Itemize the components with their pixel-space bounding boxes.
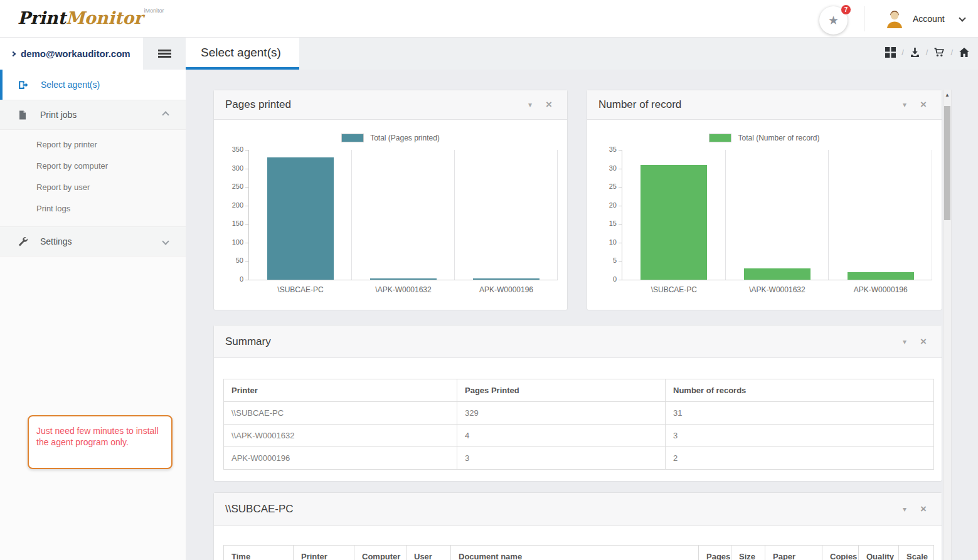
y-tick-mark bbox=[619, 261, 622, 262]
bar-chart-plot: \SUBCAE-PC\APK-W0001632APK-W0000196 bbox=[622, 150, 932, 280]
tab-toolbar: / / / bbox=[885, 38, 970, 67]
wrench-icon bbox=[18, 236, 28, 246]
close-icon[interactable]: × bbox=[920, 335, 927, 348]
y-tick-label: 35 bbox=[587, 145, 617, 153]
cell-records: 3 bbox=[666, 425, 934, 447]
table-row: APK-W0000196 3 2 bbox=[224, 447, 934, 470]
sidebar-item-label: Print jobs bbox=[40, 110, 77, 120]
close-icon[interactable]: × bbox=[546, 98, 552, 111]
cell-printer: APK-W0000196 bbox=[224, 447, 457, 470]
cell-pages: 3 bbox=[457, 447, 666, 470]
y-tick-mark bbox=[619, 206, 622, 206]
y-tick-mark bbox=[245, 150, 248, 151]
account-email: demo@workauditor.com bbox=[21, 48, 130, 59]
sidebar-account-header[interactable]: demo@workauditor.com bbox=[0, 38, 143, 70]
bar-\SUBCAE-PC[interactable] bbox=[640, 165, 707, 280]
scrollbar-thumb[interactable] bbox=[944, 106, 950, 220]
collapse-icon[interactable]: ▾ bbox=[903, 505, 906, 514]
panel-header: \\SUBCAE-PC ▾ × bbox=[214, 493, 942, 526]
print-monitor-app: PrintMonitoriMonitor ★ 7 Account demo@wo… bbox=[0, 0, 978, 560]
collapse-icon[interactable]: ▾ bbox=[528, 100, 532, 109]
bar-\APK-W0001632[interactable] bbox=[744, 268, 811, 280]
chart-body: Total (Pages printed) \SUBCAE-PC\APK-W00… bbox=[214, 120, 567, 310]
cell-records: 31 bbox=[666, 402, 934, 425]
chart-legend: Total (Number of record) bbox=[587, 134, 942, 142]
sidebar-item-report-by-computer[interactable]: Report by computer bbox=[0, 155, 186, 176]
logo-print: Print bbox=[18, 8, 66, 28]
close-icon[interactable]: × bbox=[920, 503, 927, 515]
sidebar-toggle-button[interactable] bbox=[143, 38, 186, 70]
y-tick-label: 5 bbox=[587, 256, 617, 264]
home-icon[interactable] bbox=[959, 47, 970, 58]
print-log-table: TimePrinterComputerUserDocument namePage… bbox=[223, 545, 934, 560]
panel-header: Summary ▾ × bbox=[214, 325, 942, 358]
column-header: Document name bbox=[451, 546, 699, 560]
bar-APK-W0000196[interactable] bbox=[473, 278, 539, 280]
scroll-up-icon[interactable]: ▲ bbox=[943, 92, 951, 98]
print-jobs-submenu: Report by printer Report by computer Rep… bbox=[0, 130, 186, 226]
sidebar-item-report-by-user[interactable]: Report by user bbox=[0, 176, 186, 198]
bar-APK-W0000196[interactable] bbox=[848, 272, 914, 280]
y-tick-label: 30 bbox=[587, 164, 617, 172]
panel-summary: Summary ▾ × Printer Pages Printed Number… bbox=[213, 325, 942, 482]
sidebar-item-print-logs[interactable]: Print logs bbox=[0, 198, 186, 219]
x-category-label: \APK-W0001632 bbox=[352, 285, 455, 294]
account-menu[interactable]: Account bbox=[913, 14, 945, 24]
sidebar-item-print-jobs[interactable]: Print jobs bbox=[0, 100, 186, 130]
y-tick-mark bbox=[619, 224, 622, 225]
apps-grid-icon[interactable] bbox=[885, 47, 896, 58]
table-row: \\SUBCAE-PC 329 31 bbox=[224, 402, 934, 425]
legend-label: Total (Pages printed) bbox=[370, 134, 440, 142]
chevron-right-icon bbox=[11, 51, 16, 56]
bar-\SUBCAE-PC[interactable] bbox=[267, 157, 334, 280]
column-header: Quality bbox=[859, 546, 899, 560]
notification-badge: 7 bbox=[841, 4, 851, 15]
y-tick-label: 250 bbox=[214, 182, 243, 190]
y-tick-mark bbox=[245, 187, 248, 188]
legend-swatch bbox=[709, 134, 731, 142]
bar-\APK-W0001632[interactable] bbox=[370, 278, 437, 280]
legend-swatch bbox=[341, 134, 364, 142]
column-header: Pages bbox=[699, 546, 731, 560]
chart-legend: Total (Pages printed) bbox=[214, 134, 567, 142]
toolbar-separator: / bbox=[926, 48, 928, 57]
panel-title: Summary bbox=[225, 335, 271, 348]
summary-table: Printer Pages Printed Number of records … bbox=[223, 379, 934, 470]
account-chevron-down-icon[interactable] bbox=[959, 14, 965, 21]
sidebar-item-report-by-printer[interactable]: Report by printer bbox=[0, 134, 186, 155]
y-tick-label: 350 bbox=[214, 145, 243, 153]
favorites-button[interactable]: ★ 7 bbox=[819, 6, 848, 34]
app-logo[interactable]: PrintMonitoriMonitor bbox=[18, 8, 164, 28]
column-header: Scale bbox=[899, 546, 934, 560]
vertical-scrollbar[interactable]: ▲ bbox=[943, 90, 952, 560]
sidebar-item-select-agents[interactable]: Select agent(s) bbox=[0, 70, 186, 100]
y-tick-mark bbox=[245, 280, 248, 280]
user-avatar-icon[interactable] bbox=[883, 8, 906, 30]
close-icon[interactable]: × bbox=[920, 98, 927, 111]
column-header: Pages Printed bbox=[457, 379, 666, 402]
column-header: Printer bbox=[294, 546, 354, 560]
sidebar-item-settings[interactable]: Settings bbox=[0, 226, 186, 256]
gridline bbox=[454, 150, 455, 280]
x-category-label: \SUBCAE-PC bbox=[249, 285, 352, 294]
app-header: PrintMonitoriMonitor ★ 7 Account bbox=[0, 0, 978, 38]
chart-body: Total (Number of record) \SUBCAE-PC\APK-… bbox=[587, 120, 942, 310]
y-tick-label: 200 bbox=[214, 201, 243, 209]
y-tick-mark bbox=[245, 261, 248, 262]
collapse-icon[interactable]: ▾ bbox=[903, 337, 906, 346]
hint-text: Just need few minutes to install the age… bbox=[36, 426, 159, 447]
panel-header: Pages printed ▾ × bbox=[214, 90, 567, 120]
collapse-icon[interactable]: ▾ bbox=[903, 100, 906, 109]
file-icon bbox=[18, 110, 28, 120]
x-category-label: \APK-W0001632 bbox=[726, 285, 829, 294]
tab-select-agents[interactable]: Select agent(s) bbox=[186, 38, 299, 70]
y-tick-mark bbox=[619, 187, 622, 188]
tab-label: Select agent(s) bbox=[201, 46, 281, 60]
y-tick-label: 50 bbox=[214, 256, 243, 264]
download-icon[interactable] bbox=[910, 47, 920, 58]
cart-icon[interactable] bbox=[933, 47, 945, 58]
x-category-label: APK-W0000196 bbox=[455, 285, 558, 294]
y-tick-mark bbox=[619, 150, 622, 151]
panel-header: Number of record ▾ × bbox=[587, 90, 942, 120]
bar-chart-plot: \SUBCAE-PC\APK-W0001632APK-W0000196 bbox=[248, 150, 558, 280]
